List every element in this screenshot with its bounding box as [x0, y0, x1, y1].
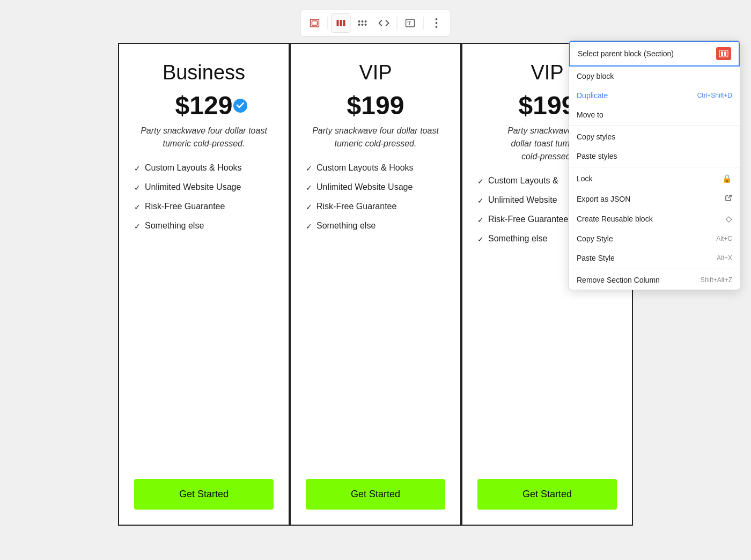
shortcut-remove-section: Shift+Alt+Z [701, 276, 732, 284]
description-business: Party snackwave four dollar toast tumeri… [134, 124, 274, 150]
editor-toolbar: T [300, 10, 451, 36]
columns-icon [336, 19, 346, 27]
cta-button-vip-2[interactable]: Get Started [477, 479, 617, 510]
more-options-icon [436, 18, 438, 28]
svg-point-7 [436, 18, 438, 20]
price-vip-1: $199 [347, 91, 404, 120]
price-business: $129 [175, 91, 233, 120]
context-menu-move-to[interactable]: Move to [569, 105, 740, 124]
check-icon: ✓ [477, 177, 484, 186]
svg-rect-11 [721, 51, 723, 56]
pricing-cards-container: Business $129 Party snackwave four dolla… [118, 43, 633, 526]
context-menu-remove-section[interactable]: Remove Section Column Shift+Alt+Z [569, 270, 740, 290]
context-menu-reusable-block[interactable]: Create Reusable block ◇ [569, 209, 740, 229]
feature-item: ✓ Something else [134, 221, 274, 231]
context-menu-divider-3 [569, 269, 740, 269]
context-menu-copy-styles[interactable]: Copy styles [569, 127, 740, 146]
price-vip-2: $199 [519, 91, 576, 120]
shortcut-paste-style: Alt+X [717, 254, 732, 262]
feature-item: ✓ Risk-Free Guarantee [134, 202, 274, 211]
svg-point-8 [436, 22, 438, 24]
context-menu-copy-block[interactable]: Copy block [569, 67, 740, 86]
drag-icon [358, 20, 367, 26]
check-icon: ✓ [134, 183, 141, 192]
pricing-card-vip-1: VIP $199 Party snackwave four dollar toa… [290, 43, 461, 526]
toolbar-divider-2 [397, 17, 397, 30]
check-icon: ✓ [477, 235, 484, 244]
cta-button-business[interactable]: Get Started [134, 479, 274, 510]
check-icon: ✓ [306, 222, 312, 231]
toolbar-divider-1 [328, 17, 328, 30]
drag-button[interactable] [353, 13, 372, 33]
selected-badge [233, 99, 247, 113]
text-type-button[interactable]: T [401, 13, 420, 33]
context-menu-lock[interactable]: Lock 🔒 [569, 168, 740, 189]
feature-item: ✓ Custom Layouts & Hooks [134, 163, 274, 173]
code-button[interactable] [374, 13, 394, 33]
svg-text:T: T [408, 20, 411, 26]
check-icon: ✓ [134, 203, 141, 211]
description-vip-1: Party snackwave four dollar toast tumeri… [306, 124, 445, 150]
svg-point-9 [436, 26, 438, 28]
context-menu-paste-styles[interactable]: Paste styles [569, 146, 740, 166]
svg-rect-4 [343, 20, 345, 26]
svg-rect-1 [312, 21, 318, 25]
cta-button-vip-1[interactable]: Get Started [306, 479, 445, 510]
check-icon: ✓ [306, 183, 312, 192]
plan-name-vip-2: VIP [531, 61, 563, 84]
feature-list-vip-1: ✓ Custom Layouts & Hooks ✓ Unlimited Web… [306, 163, 445, 462]
check-icon: ✓ [134, 164, 141, 173]
select-parent-icon [310, 19, 320, 27]
context-menu-copy-style[interactable]: Copy Style Alt+C [569, 229, 740, 248]
feature-item: ✓ Unlimited Website Usage [306, 182, 445, 192]
lock-icon: 🔒 [722, 174, 732, 183]
context-menu-header[interactable]: Select parent block (Section) [569, 41, 740, 67]
feature-list-business: ✓ Custom Layouts & Hooks ✓ Unlimited Web… [134, 163, 274, 462]
context-menu-divider-2 [569, 167, 740, 167]
feature-item: ✓ Something else [306, 221, 445, 231]
context-menu-divider-1 [569, 126, 740, 126]
context-menu-duplicate[interactable]: Duplicate Ctrl+Shift+D [569, 86, 740, 105]
feature-item: ✓ Risk-Free Guarantee [306, 202, 445, 211]
select-parent-button[interactable] [305, 13, 325, 33]
context-menu-header-label: Select parent block (Section) [578, 49, 674, 58]
plan-name-business: Business [163, 61, 245, 84]
svg-rect-12 [724, 51, 726, 56]
svg-rect-10 [719, 50, 728, 57]
plan-name-vip-1: VIP [359, 61, 392, 84]
feature-item: ✓ Unlimited Website Usage [134, 182, 274, 192]
context-menu-export-json[interactable]: Export as JSON [569, 189, 740, 209]
check-icon: ✓ [306, 203, 312, 211]
text-type-icon: T [406, 19, 415, 27]
section-icon [716, 47, 731, 60]
svg-rect-2 [337, 20, 339, 26]
shortcut-duplicate: Ctrl+Shift+D [697, 92, 732, 99]
more-options-button[interactable] [427, 13, 446, 33]
columns-button[interactable] [332, 13, 351, 33]
export-icon [725, 194, 732, 203]
check-icon: ✓ [134, 222, 141, 231]
check-icon: ✓ [477, 216, 484, 224]
context-menu-paste-style[interactable]: Paste Style Alt+X [569, 248, 740, 268]
feature-item: ✓ Custom Layouts & Hooks [306, 163, 445, 173]
context-menu: Select parent block (Section) Copy block… [569, 40, 740, 290]
pricing-card-business: Business $129 Party snackwave four dolla… [118, 43, 290, 526]
check-icon: ✓ [477, 196, 484, 205]
svg-rect-3 [340, 20, 342, 26]
toolbar-divider-3 [423, 17, 424, 30]
reusable-icon: ◇ [726, 214, 732, 224]
code-icon [379, 19, 389, 27]
shortcut-copy-style: Alt+C [716, 235, 732, 242]
check-icon: ✓ [306, 164, 312, 173]
